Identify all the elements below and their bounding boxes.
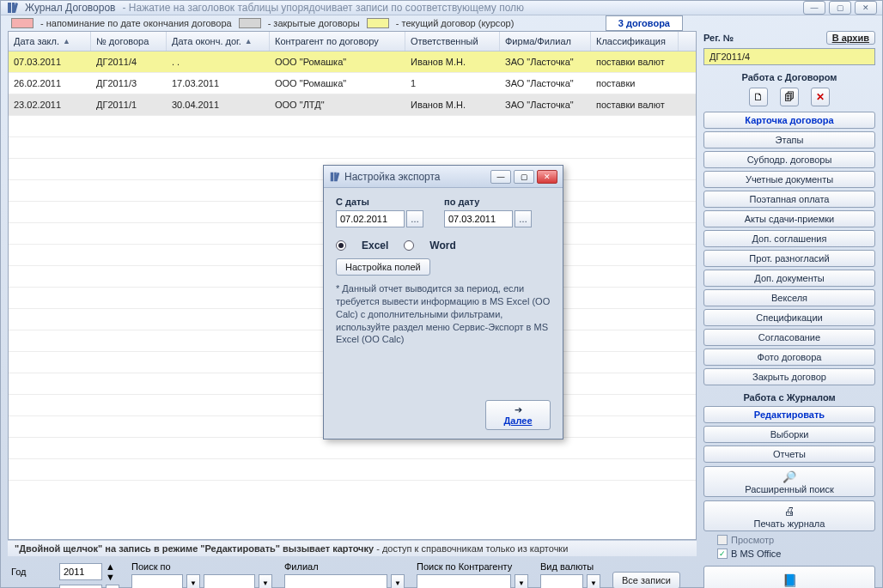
- new-icon[interactable]: 🗋: [749, 88, 768, 106]
- th-branch[interactable]: Фирма/Филиал: [500, 32, 591, 51]
- month-input[interactable]: [59, 585, 102, 588]
- archive-button[interactable]: В архив: [826, 31, 875, 45]
- titlebar: Журнал Договоров - Нажатие на заголовок …: [1, 1, 882, 15]
- legend-red: - напоминание по дате окончания договора: [40, 18, 232, 28]
- table-header: Дата закл.▲ № договора Дата оконч. дог.▲…: [9, 32, 696, 52]
- side-button-учетные-документы[interactable]: Учетные документы: [703, 171, 875, 188]
- dialog-title: Настройка экспорта: [344, 171, 441, 183]
- cell: 17.03.2011: [167, 78, 270, 88]
- minimize-button[interactable]: —: [803, 1, 825, 15]
- side-button-редактировать[interactable]: Редактировать: [703, 406, 875, 423]
- reg-no-label: Рег. №: [703, 33, 734, 43]
- search-by-dd[interactable]: ▼: [186, 574, 200, 588]
- legend-yellow: - текущий договор (курсор): [396, 18, 515, 28]
- side-button-выборки[interactable]: Выборки: [703, 426, 875, 443]
- branch-label: Филиал: [284, 561, 405, 572]
- swatch-yellow: [367, 18, 389, 28]
- year-spinner[interactable]: ▲▼: [106, 561, 115, 582]
- filters-row: Год ▲▼ Мес ▼ Поиск по ▼▼ Филиал: [8, 556, 697, 588]
- cell: 26.02.2011: [9, 78, 91, 88]
- side-button-согласование[interactable]: Согласование: [703, 329, 875, 346]
- counterparty-input[interactable]: [417, 574, 511, 588]
- counterparty-label: Поиск по Контрагенту: [417, 561, 528, 572]
- ext-search-button[interactable]: 🔎 Расширенный поиск: [703, 466, 875, 497]
- fields-settings-button[interactable]: Настройка полей: [336, 258, 430, 276]
- cell: Иванов М.Н.: [405, 57, 500, 67]
- msoffice-checkbox[interactable]: ✓: [717, 549, 728, 559]
- delete-icon[interactable]: ✕: [811, 88, 830, 106]
- th-classification[interactable]: Классификация: [591, 32, 679, 51]
- year-label: Год: [11, 567, 56, 577]
- sidebar: Рег. № В архив ДГ2011/4 Работа с Договор…: [703, 31, 875, 588]
- side-button-векселя[interactable]: Векселя: [703, 289, 875, 306]
- th-responsible[interactable]: Ответственный: [405, 32, 500, 51]
- all-records-button[interactable]: Все записи: [612, 572, 680, 588]
- side-button-субподр-договоры[interactable]: Субподр. договоры: [703, 151, 875, 168]
- cell: поставки валют: [591, 100, 679, 110]
- sort-indicator: ▲: [63, 37, 70, 45]
- cell: поставки: [591, 78, 679, 88]
- side-button-фото-договора[interactable]: Фото договора: [703, 349, 875, 366]
- th-contract-no[interactable]: № договора: [91, 32, 167, 51]
- from-date-label: С даты: [336, 197, 423, 207]
- swatch-red: [11, 18, 33, 28]
- search-input[interactable]: [204, 574, 255, 588]
- legend-row: - напоминание по дате окончания договора…: [1, 15, 882, 31]
- group-contract-title: Работа с Договором: [703, 72, 875, 82]
- side-button-прот-разногласий[interactable]: Прот. разногласий: [703, 250, 875, 267]
- side-button-закрыть-договор[interactable]: Закрыть договор: [703, 368, 875, 385]
- maximize-button[interactable]: ▢: [829, 1, 851, 15]
- msoffice-label: В MS Office: [731, 549, 781, 559]
- th-counterparty[interactable]: Контрагент по договору: [270, 32, 405, 51]
- dialog-minimize[interactable]: —: [490, 170, 511, 184]
- cell: 07.03.2011: [9, 57, 91, 67]
- exit-icon: 📘: [783, 573, 797, 587]
- table-row[interactable]: 26.02.2011ДГ2011/317.03.2011ООО "Ромашка…: [9, 73, 696, 94]
- cell: ЗАО "Ласточка": [500, 100, 591, 110]
- to-date-input[interactable]: [444, 210, 513, 227]
- next-button[interactable]: ➔ Далее: [485, 400, 551, 430]
- exit-button[interactable]: 📘 Выход: [703, 566, 875, 588]
- side-button-доп-соглашения[interactable]: Доп. соглашения: [703, 230, 875, 247]
- copy-icon[interactable]: 🗐: [780, 88, 799, 106]
- preview-label: Просмотр: [731, 535, 774, 545]
- close-button[interactable]: ✕: [855, 1, 877, 15]
- dialog-close[interactable]: ✕: [537, 170, 557, 184]
- word-radio[interactable]: [404, 240, 414, 251]
- tip-bar: "Двойной щелчок" на запись в режиме "Ред…: [8, 540, 697, 556]
- search-icon: 🔎: [783, 470, 796, 483]
- month-dropdown[interactable]: ▼: [106, 585, 119, 588]
- table-row[interactable]: 23.02.2011ДГ2011/130.04.2011ООО "ЛТД"Ива…: [9, 94, 696, 116]
- th-date-end[interactable]: Дата оконч. дог.▲: [167, 32, 270, 51]
- window-title: Журнал Договоров: [25, 2, 115, 14]
- dialog-titlebar: Настройка экспорта — ▢ ✕: [324, 166, 563, 188]
- export-dialog: Настройка экспорта — ▢ ✕ С даты … по дат…: [323, 165, 563, 439]
- side-button-спецификации[interactable]: Спецификации: [703, 309, 875, 326]
- branch-select[interactable]: [284, 574, 387, 588]
- from-date-input[interactable]: [336, 210, 405, 227]
- record-count: 3 договора: [606, 15, 683, 31]
- search-by-select[interactable]: [131, 574, 183, 588]
- side-button-доп-документы[interactable]: Доп. документы: [703, 270, 875, 287]
- window-hint: - Нажатие на заголовок таблицы упорядочи…: [122, 2, 524, 14]
- word-label: Word: [429, 239, 455, 252]
- dialog-icon: [329, 171, 341, 183]
- to-date-browse[interactable]: …: [515, 210, 532, 227]
- side-button-поэтапная-оплата[interactable]: Поэтапная оплата: [703, 191, 875, 208]
- side-button-карточка-договора[interactable]: Карточка договора: [703, 112, 875, 129]
- print-journal-button[interactable]: 🖨 Печать журнала: [703, 500, 875, 531]
- th-date-signed[interactable]: Дата закл.▲: [9, 32, 91, 51]
- dialog-maximize[interactable]: ▢: [514, 170, 534, 184]
- from-date-browse[interactable]: …: [406, 210, 423, 227]
- table-row[interactable]: 07.03.2011ДГ2011/4. .ООО "Ромашка"Иванов…: [9, 52, 696, 73]
- excel-radio[interactable]: [336, 240, 346, 251]
- side-button-акты-сдачи-приемки[interactable]: Акты сдачи-приемки: [703, 210, 875, 227]
- year-input[interactable]: [59, 563, 102, 580]
- cell: ДГ2011/3: [91, 78, 167, 88]
- search-label: Поиск по: [131, 561, 272, 572]
- side-button-отчеты[interactable]: Отчеты: [703, 446, 875, 463]
- side-button-этапы[interactable]: Этапы: [703, 131, 875, 149]
- cell: 23.02.2011: [9, 100, 91, 110]
- currency-select[interactable]: [540, 574, 583, 588]
- app-icon: [6, 1, 20, 15]
